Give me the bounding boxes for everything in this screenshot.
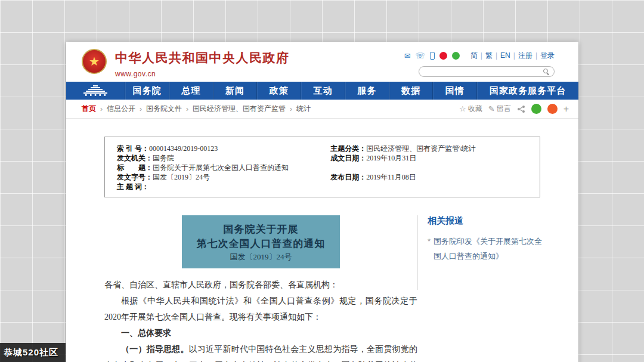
breadcrumb-separator: › xyxy=(186,105,188,113)
breadcrumb-category[interactable]: 国民经济管理、国有资产监管 xyxy=(193,104,286,114)
separator: | xyxy=(513,51,515,60)
weibo-share-icon[interactable] xyxy=(547,104,558,114)
meta-row xyxy=(330,182,528,191)
document-meta-box: 索 引 号：000014349/2019-00123 发文机关：国务院 标 题：… xyxy=(104,137,540,197)
site-header: ★ 中华人民共和国中央人民政府 www.gov.cn ✉ ☏ 简|繁|EN|注册… xyxy=(66,42,578,82)
meta-row: 索 引 号：000014349/2019-00123 xyxy=(117,144,330,153)
meta-label: 索 引 号： xyxy=(117,144,149,153)
nav-item-state-council[interactable]: 国务院 xyxy=(125,82,169,100)
tiananmen-icon xyxy=(82,85,109,96)
doc-section-heading: 一、总体要求 xyxy=(104,325,417,341)
meta-value: 国民经济管理、国有资产监管\统计 xyxy=(366,144,475,153)
meta-row: 发文机关：国务院 xyxy=(117,153,330,163)
meta-value: 国务院 xyxy=(153,153,174,163)
favorite-button[interactable]: ☆收藏 xyxy=(459,104,482,114)
related-report-item: * 国务院印发《关于开展第七次全国人口普查的通知》 xyxy=(428,234,547,264)
doc-paragraph-lead: （一）指导思想。 xyxy=(121,345,189,354)
site-identity: 中华人民共和国中央人民政府 www.gov.cn xyxy=(115,49,290,78)
mobile-icon[interactable] xyxy=(430,52,435,60)
nav-item-gov-service-platform[interactable]: 国家政务服务平台 xyxy=(476,82,578,100)
meta-label: 主题分类： xyxy=(330,144,366,153)
lang-link-english[interactable]: EN xyxy=(500,51,510,60)
nav-item-interaction[interactable]: 互动 xyxy=(301,82,345,100)
share-icon[interactable] xyxy=(517,105,525,113)
phone-icon[interactable]: ☏ xyxy=(416,52,425,60)
nav-item-data[interactable]: 数据 xyxy=(389,82,433,100)
meta-row: 发文字号：国发〔2019〕24号 xyxy=(117,172,330,182)
separator: | xyxy=(481,51,482,60)
document-body: 各省、自治区、直辖市人民政府，国务院各部委、各直属机构： 根据《中华人民共和国统… xyxy=(104,277,417,362)
meta-label: 标 题： xyxy=(117,163,153,172)
nav-item-national-conditions[interactable]: 国情 xyxy=(432,82,476,100)
nav-item-news[interactable]: 新闻 xyxy=(213,82,257,100)
mail-icon[interactable]: ✉ xyxy=(404,52,411,60)
doc-paragraph-intro: 根据《中华人民共和国统计法》和《全国人口普查条例》规定，国务院决定于2020年开… xyxy=(104,293,417,325)
nav-item-policies[interactable]: 政策 xyxy=(256,82,301,100)
meta-value: 2019年11月08日 xyxy=(366,172,416,182)
breadcrumb-statistics[interactable]: 统计 xyxy=(296,104,311,114)
login-link[interactable]: 登录 xyxy=(540,51,555,60)
document-column: 国务院关于开展 第七次全国人口普查的通知 国发〔2019〕24号 各省、自治区、… xyxy=(104,197,417,362)
search-box[interactable] xyxy=(419,66,555,77)
document-title-box: 国务院关于开展 第七次全国人口普查的通知 国发〔2019〕24号 xyxy=(182,215,340,268)
wechat-share-icon[interactable] xyxy=(531,104,541,114)
meta-label: 成文日期： xyxy=(330,153,366,163)
document-title-line2: 第七次全国人口普查的通知 xyxy=(182,237,340,251)
related-reports-sidebar: 相关报道 * 国务院印发《关于开展第七次全国人口普查的通知》 xyxy=(417,215,547,290)
meta-column-right: 主题分类：国民经济管理、国有资产监管\统计 成文日期：2019年10月31日 发… xyxy=(330,144,528,191)
search-input[interactable] xyxy=(424,67,543,76)
meta-value: 000014349/2019-00123 xyxy=(149,144,218,153)
breadcrumb-separator: › xyxy=(140,105,142,113)
page-container: ★ 中华人民共和国中央人民政府 www.gov.cn ✉ ☏ 简|繁|EN|注册… xyxy=(66,42,578,362)
meta-value: 国发〔2019〕24号 xyxy=(153,172,210,182)
doc-paragraph-guiding: （一）指导思想。以习近平新时代中国特色社会主义思想为指导，全面贯彻党的十九大和十… xyxy=(104,341,417,362)
nav-home-emblem[interactable] xyxy=(66,82,125,100)
star-icon: ☆ xyxy=(459,104,466,113)
breadcrumb-home[interactable]: 首页 xyxy=(82,104,96,114)
watermark: 恭城520社区 xyxy=(0,343,66,362)
site-title: 中华人民共和国中央人民政府 xyxy=(115,49,290,66)
pencil-icon: ✎ xyxy=(488,104,495,113)
meta-value: 国务院关于开展第七次全国人口普查的通知 xyxy=(153,163,289,172)
separator: | xyxy=(496,51,497,60)
lang-link-traditional[interactable]: 繁 xyxy=(485,51,493,60)
lang-link-simplified[interactable]: 简 xyxy=(470,51,478,60)
sidebar-title: 相关报道 xyxy=(428,215,547,227)
favorite-label: 收藏 xyxy=(468,104,482,114)
meta-label: 发文机关： xyxy=(117,153,153,163)
header-right: ✉ ☏ 简|繁|EN|注册|登录 xyxy=(376,51,555,77)
related-report-link[interactable]: 国务院印发《关于开展第七次全国人口普查的通知》 xyxy=(434,234,547,264)
comment-label: 留言 xyxy=(497,104,511,114)
meta-row: 标 题：国务院关于开展第七次全国人口普查的通知 xyxy=(117,163,330,172)
nav-item-services[interactable]: 服务 xyxy=(345,82,389,100)
weibo-icon[interactable] xyxy=(439,52,447,60)
separator: | xyxy=(535,51,537,60)
breadcrumb: 首页 › 信息公开 › 国务院文件 › 国民经济管理、国有资产监管 › 统计 ☆… xyxy=(66,100,578,119)
meta-row: 发布日期：2019年11月08日 xyxy=(330,172,528,182)
breadcrumb-separator: › xyxy=(290,105,292,113)
document-title-line1: 国务院关于开展 xyxy=(182,222,340,237)
comment-button[interactable]: ✎留言 xyxy=(488,104,511,114)
meta-label: 发布日期： xyxy=(330,172,366,182)
document-number: 国发〔2019〕24号 xyxy=(182,252,340,262)
more-share-button[interactable]: + xyxy=(564,104,569,114)
wechat-icon[interactable] xyxy=(452,52,460,60)
register-link[interactable]: 注册 xyxy=(518,51,532,60)
site-url: www.gov.cn xyxy=(115,70,290,78)
national-emblem-icon: ★ xyxy=(82,49,107,74)
meta-row xyxy=(330,163,528,172)
nav-item-premier[interactable]: 总理 xyxy=(169,82,213,100)
breadcrumb-separator: › xyxy=(100,105,103,113)
breadcrumb-state-council-documents[interactable]: 国务院文件 xyxy=(146,104,182,114)
main-nav: 国务院 总理 新闻 政策 互动 服务 数据 国情 国家政务服务平台 xyxy=(66,82,578,100)
meta-value: 2019年10月31日 xyxy=(366,153,416,163)
meta-row: 主 题 词： xyxy=(117,182,330,191)
search-icon[interactable] xyxy=(543,69,549,75)
bullet-icon: * xyxy=(428,234,431,264)
header-icon-row: ✉ ☏ 简|繁|EN|注册|登录 xyxy=(376,51,555,61)
lang-links: 简|繁|EN|注册|登录 xyxy=(470,51,555,61)
meta-row: 主题分类：国民经济管理、国有资产监管\统计 xyxy=(330,144,528,153)
meta-row: 成文日期：2019年10月31日 xyxy=(330,153,528,163)
breadcrumb-info-disclosure[interactable]: 信息公开 xyxy=(107,104,135,114)
main-area: 国务院关于开展 第七次全国人口普查的通知 国发〔2019〕24号 各省、自治区、… xyxy=(66,197,578,362)
